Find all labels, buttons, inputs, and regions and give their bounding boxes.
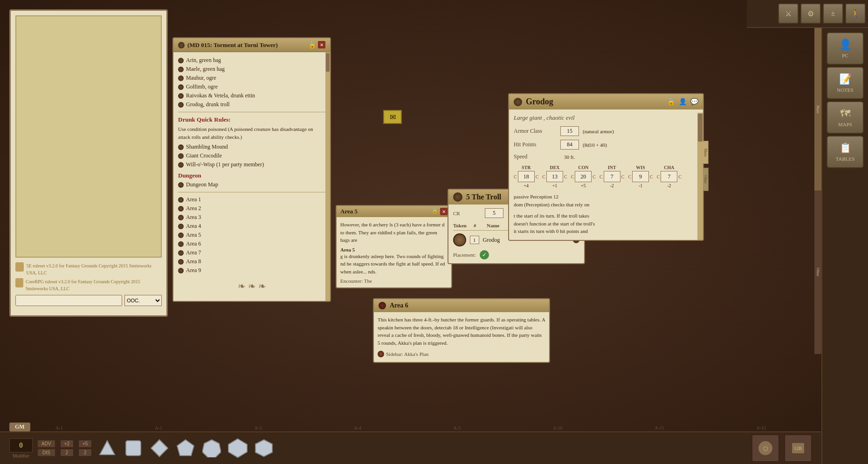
area-label-1: Area 1 <box>186 196 201 203</box>
grodog-tab-other[interactable]: Other <box>702 168 709 191</box>
grodog-user-icon[interactable]: 👤 <box>679 98 687 106</box>
coord-a11: A-11 <box>654 425 664 430</box>
item-dungeon-map: Dungeon Map <box>178 181 325 188</box>
sidebar-notes-btn[interactable]: 📝 NOTES <box>827 67 864 99</box>
grodog-header: Grodog 🔒 👤 💬 <box>509 94 703 109</box>
panel-area6: Area 6 This kitchen has three 4-ft.-by b… <box>373 298 550 363</box>
str-value[interactable]: 18 <box>518 171 535 182</box>
grodog-chat-icon[interactable]: 💬 <box>690 98 698 106</box>
tab-strip-other[interactable]: Other <box>814 191 821 354</box>
placement-row: Placement: ✓ <box>453 250 579 259</box>
item-label-4: Golfimb, ogre <box>186 83 218 90</box>
ability-int: INT C 7 C -2 <box>599 165 624 188</box>
item-circle-2 <box>178 67 184 72</box>
con-s-btn[interactable]: C <box>592 174 596 179</box>
d4-btn[interactable] <box>96 437 118 459</box>
wis-c-btn[interactable]: C <box>628 174 631 179</box>
grodog-tab-main[interactable]: Main <box>702 141 709 164</box>
tab-strip-main[interactable]: Main <box>814 28 821 191</box>
hash-col-header: # <box>474 223 483 228</box>
con-value[interactable]: 20 <box>575 171 592 182</box>
item-shambling: Shambling Mound <box>178 143 325 150</box>
close-md015-btn[interactable]: ✕ <box>318 41 325 48</box>
item-area6: Area 6 <box>178 240 325 247</box>
item-label-5: Raivokas & Vetela, drunk ettin <box>186 92 255 99</box>
sidebar-pc-btn[interactable]: 👤 PC <box>827 32 864 65</box>
lock-icon[interactable]: 🔒 <box>308 41 316 49</box>
tokens-btn[interactable]: ⬡ <box>751 434 779 462</box>
d8-btn[interactable] <box>149 437 170 459</box>
str-c-btn[interactable]: C <box>514 174 517 179</box>
modifier-value[interactable]: 0 <box>9 438 33 452</box>
svg-marker-3 <box>177 440 194 456</box>
wis-s-btn[interactable]: C <box>650 174 653 179</box>
md015-scrollbar[interactable] <box>325 52 330 301</box>
str-s-btn[interactable]: C <box>536 174 539 179</box>
armor-class-value[interactable]: 15 <box>560 126 579 136</box>
svg-rect-1 <box>126 441 141 456</box>
int-s-btn[interactable]: C <box>621 174 625 179</box>
cha-value[interactable]: 7 <box>661 171 677 182</box>
sword-icon-btn[interactable]: ⚔ <box>778 3 799 24</box>
maps-label: MAPS <box>838 122 852 127</box>
d6-btn[interactable] <box>123 437 144 459</box>
int-value[interactable]: 7 <box>604 171 620 182</box>
dungeon-header: Dungeon <box>178 172 325 179</box>
cha-s-btn[interactable]: C <box>678 174 682 179</box>
dex-modifier: +1 <box>552 183 558 188</box>
area-circle-9 <box>178 268 184 273</box>
placement-check-icon[interactable]: ✓ <box>480 250 489 259</box>
token-avatar <box>453 233 466 246</box>
grodog-lock-icon[interactable]: 🔒 <box>667 98 675 106</box>
wis-value[interactable]: 9 <box>632 171 649 182</box>
library-btn[interactable]: LIB <box>784 434 812 462</box>
sidebar-akka-label: Sidebar: Akka's Plan <box>386 350 428 358</box>
dpercent-btn[interactable] <box>253 437 275 459</box>
grodog-scrollbar[interactable] <box>697 113 703 240</box>
search-input[interactable] <box>15 295 122 306</box>
close-area5-btn[interactable]: ✕ <box>440 208 448 215</box>
wis-modifier: -1 <box>639 183 642 188</box>
cha-c-btn[interactable]: C <box>657 174 660 179</box>
minus2-btn[interactable]: 2 <box>78 449 92 457</box>
d12-btn[interactable] <box>201 437 222 459</box>
token-number[interactable]: 1 <box>470 236 479 244</box>
item-area4: Area 4 <box>178 223 325 230</box>
footer-text-2: CoreRPG ruleset v3.2.0 for Fantasy Groun… <box>26 278 162 292</box>
item-area9: Area 9 <box>178 267 325 274</box>
dex-c-btn[interactable]: C <box>542 174 545 179</box>
hit-points-value[interactable]: 84 <box>560 140 579 150</box>
sidebar-tables-btn[interactable]: 📋 TABLES <box>827 136 864 168</box>
md015-scroll-thumb[interactable] <box>326 53 330 72</box>
person-btn[interactable]: 🚶 <box>845 3 866 24</box>
dis-btn[interactable]: DIS <box>37 449 55 457</box>
d10-btn[interactable] <box>175 437 196 459</box>
item-circle-9 <box>178 162 184 168</box>
left-panel: 5E ruleset v3.2.0 for Fantasy Grounds Co… <box>9 9 168 317</box>
grodog-scroll-thumb[interactable] <box>698 114 703 142</box>
svg-marker-4 <box>202 440 221 457</box>
int-c-btn[interactable]: C <box>599 174 603 179</box>
dex-value[interactable]: 13 <box>546 171 563 182</box>
adv-btn[interactable]: ADV <box>37 440 55 448</box>
email-icon[interactable]: ✉ <box>383 110 402 124</box>
minus1-btn[interactable]: 2 <box>60 449 74 457</box>
cr-value[interactable]: 5 <box>485 208 503 218</box>
dex-label: DEX <box>550 165 559 170</box>
gear-btn[interactable]: ⚙ <box>800 3 821 24</box>
item-area8: Area 8 <box>178 258 325 265</box>
area-circle-7 <box>178 250 184 256</box>
sidebar-maps-btn[interactable]: 🗺 MAPS <box>827 101 864 134</box>
d20-btn[interactable] <box>227 437 248 459</box>
item-golfimb: Golfimb, ogre <box>178 83 325 90</box>
area5-lock-icon[interactable]: 🔒 <box>432 208 438 215</box>
bonus1-btn[interactable]: +2 <box>60 440 74 448</box>
con-c-btn[interactable]: C <box>571 174 574 179</box>
search-select[interactable]: OOC. <box>124 295 162 306</box>
plusminus-btn[interactable]: ± <box>823 3 843 24</box>
coord-a4: A-4 <box>354 425 361 430</box>
hit-points-label: Hit Points <box>514 141 560 148</box>
coord-a12: A-12 <box>757 425 766 430</box>
dex-s-btn[interactable]: C <box>564 174 567 179</box>
bonus2-btn[interactable]: +5 <box>78 440 92 448</box>
